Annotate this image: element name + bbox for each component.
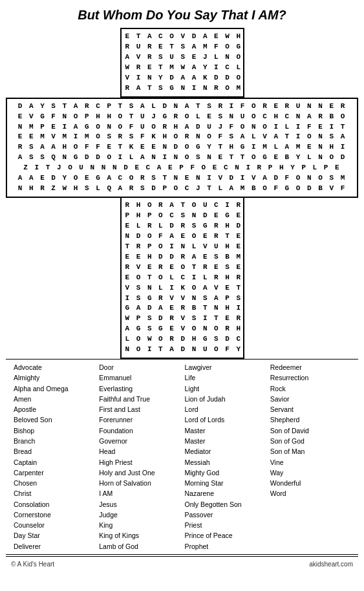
word-list-item: Captain [14, 457, 94, 467]
word-list-item: Bishop [14, 425, 94, 436]
word-list-item: Judge [99, 510, 179, 520]
word-list-item: Governor [99, 436, 179, 446]
word-list-item: Life [185, 372, 265, 383]
word-list-col3: LawgiverLifeLightLion of JudahLordLord o… [182, 362, 268, 552]
word-list-item: I AM [99, 488, 179, 499]
word-list-item: Vine [270, 457, 350, 467]
word-list-item: Word [270, 488, 350, 499]
word-list-item: Beloved Son [14, 414, 94, 425]
word-list-item: Chosen [14, 478, 94, 488]
grid-top: E T A C O V D A E W H R U R E T S A M F … [122, 29, 243, 96]
cross-puzzle: E T A C O V D A E W H R U R E T S A M F … [6, 28, 358, 359]
word-list-item: Emmanuel [99, 372, 179, 383]
word-list-columns: AdvocateAlmightyAlpha and OmegaAmenApost… [11, 362, 353, 552]
word-list-item: Wonderful [270, 478, 350, 488]
word-list-item: Day Star [14, 530, 94, 541]
word-list-item: Bread [14, 446, 94, 457]
word-list-item: Resurrection [270, 372, 350, 383]
word-list-item: Light [185, 383, 265, 394]
word-list-item: Amen [14, 394, 94, 404]
word-list-item: Foundation [99, 425, 179, 436]
word-list-item: Servant [270, 404, 350, 414]
footer: © A Kid's Heart akidsheart.com [6, 561, 358, 568]
word-list-item: Son of David [270, 425, 350, 436]
word-list-item: Door [99, 362, 179, 372]
word-list-item: Consolation [14, 499, 94, 510]
word-list-item: Lawgiver [185, 362, 265, 372]
word-list-item: Messiah [185, 457, 265, 467]
word-list-item: Holy and Just One [99, 467, 179, 478]
word-list-item: Advocate [14, 362, 94, 372]
word-list-item: Way [270, 467, 350, 478]
word-list-item: Son of God [270, 436, 350, 446]
word-list-item: Savior [270, 394, 350, 404]
word-list-item: Alpha and Omega [14, 383, 94, 394]
word-list-item: Prophet [185, 541, 265, 552]
word-list-item: Faithful and True [99, 394, 179, 404]
word-list-item: Lord of Lords [185, 414, 265, 425]
word-list-item: Prince of Peace [185, 530, 265, 541]
word-list-item: King of Kings [99, 530, 179, 541]
word-list-item: Lamb of God [99, 541, 179, 552]
word-list-item: Branch [14, 436, 94, 446]
word-list-item: Shepherd [270, 414, 350, 425]
footer-left: © A Kid's Heart [11, 561, 54, 568]
word-list-item: Rock [270, 383, 350, 394]
word-list-item: Forerunner [99, 414, 179, 425]
word-list-item: Mediator [185, 446, 265, 457]
footer-right: akidsheart.com [309, 561, 353, 568]
word-list-item: Redeemer [270, 362, 350, 372]
word-list-item: Nazarene [185, 488, 265, 499]
word-list-item: Jesus [99, 499, 179, 510]
word-list-item: King [99, 520, 179, 530]
word-list-item: Everlasting [99, 383, 179, 394]
word-list-item: Apostle [14, 404, 94, 414]
word-list-item: Priest [185, 520, 265, 530]
word-list-item: Carpenter [14, 467, 94, 478]
word-list-col4: RedeemerResurrectionRockSaviorServantShe… [268, 362, 353, 552]
word-list-item: Master [185, 425, 265, 436]
word-list-item: Horn of Salvation [99, 478, 179, 488]
word-list-item: Lion of Judah [185, 394, 265, 404]
word-list-item: Lord [185, 404, 265, 414]
word-list-item: Deliverer [14, 541, 94, 552]
word-list-item: Morning Star [185, 478, 265, 488]
cross-horizontal: D A Y S T A R C P T S A L D N A T S R I … [6, 98, 358, 198]
word-list-item: Only Begotten Son [185, 499, 265, 510]
word-list-section: AdvocateAlmightyAlpha and OmegaAmenApost… [6, 359, 358, 555]
word-list-item: High Priest [99, 457, 179, 467]
word-list-item: First and Last [99, 404, 179, 414]
grid-horiz: D A Y S T A R C P T S A L D N A T S R I … [7, 99, 357, 197]
word-list-item: Passover [185, 510, 265, 520]
word-list-col1: AdvocateAlmightyAlpha and OmegaAmenApost… [11, 362, 96, 552]
word-list-item: Son of Man [270, 446, 350, 457]
grid-bottom: R H O R A T O U C I R P H P O C S N D E … [122, 198, 243, 358]
word-list-item: Christ [14, 488, 94, 499]
word-list-item: Mighty God [185, 467, 265, 478]
cross-top: E T A C O V D A E W H R U R E T S A M F … [120, 28, 244, 98]
cross-bottom: R H O R A T O U C I R P H P O C S N D E … [120, 198, 244, 359]
word-list-col2: DoorEmmanuelEverlastingFaithful and True… [96, 362, 182, 552]
word-list-item: Cornerstone [14, 510, 94, 520]
footer-divider [6, 556, 358, 557]
word-list-item: Head [99, 446, 179, 457]
word-list-item: Counselor [14, 520, 94, 530]
word-list-item: Master [185, 436, 265, 446]
word-list-item: Almighty [14, 372, 94, 383]
page-title: But Whom Do You Say That I AM? [78, 8, 286, 23]
